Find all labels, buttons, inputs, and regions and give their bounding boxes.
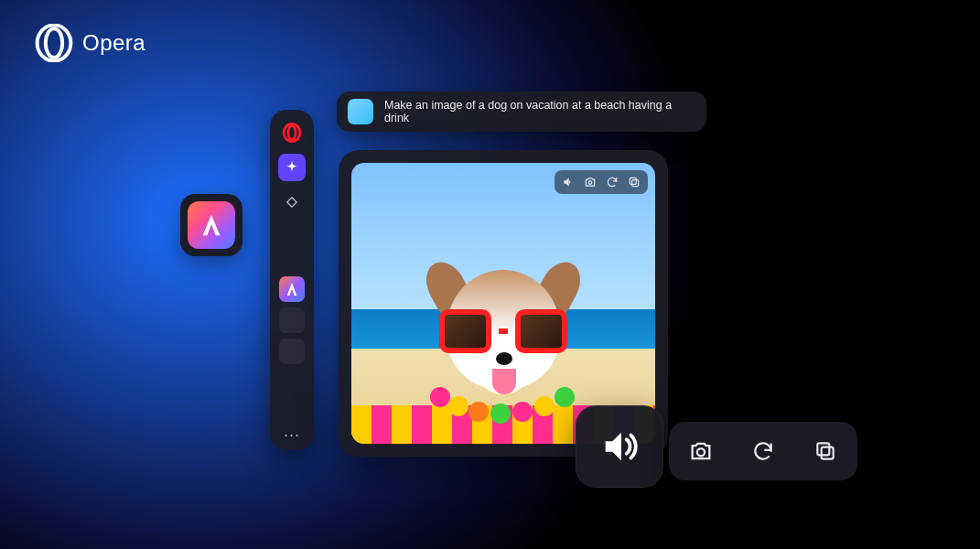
generated-image[interactable] [351,163,655,444]
speaker-button[interactable] [576,405,663,488]
speaker-icon [562,176,575,188]
sparkle-icon [285,160,299,175]
camera-button-small[interactable] [582,174,598,190]
svg-rect-8 [822,447,834,459]
refresh-icon [606,176,619,188]
svg-point-7 [697,448,705,456]
sidebar-more-button[interactable]: ... [284,422,300,441]
bottom-toolbar-group [669,422,857,480]
sidebar-opera-icon[interactable] [282,123,302,143]
refresh-button[interactable] [749,437,777,465]
aria-badge-inner [188,201,235,249]
sidebar-item-diamond[interactable] [278,188,306,216]
prompt-bar[interactable]: Make an image of a dog on vacation at a … [337,92,706,132]
copy-icon [813,439,837,463]
copy-button[interactable] [812,437,839,465]
diamond-icon [285,196,298,209]
speaker-button-small[interactable] [560,174,576,190]
refresh-button-small[interactable] [604,174,620,190]
svg-rect-6 [630,178,636,184]
prompt-text: Make an image of a dog on vacation at a … [384,99,695,124]
user-avatar [348,99,373,124]
refresh-icon [751,439,775,463]
opera-logo-text: Opera [82,30,145,56]
sidebar-thumb-2[interactable] [279,339,305,364]
sidebar-thumb-aria[interactable] [279,276,305,302]
svg-rect-9 [817,443,829,455]
svg-point-3 [288,125,296,139]
aria-a-icon [279,276,305,302]
aria-app-badge[interactable] [180,194,242,256]
aria-a-icon [198,211,225,239]
sidebar-top [278,119,306,216]
camera-icon [584,176,597,188]
opera-logo-icon [35,24,73,62]
sidebar-item-sparkle[interactable] [278,154,306,181]
svg-point-1 [46,28,62,58]
camera-icon [688,438,714,464]
copy-button-small[interactable] [626,174,642,190]
copy-icon [628,176,641,188]
camera-button[interactable] [687,437,715,465]
sidebar: ... [270,110,314,450]
speaker-icon [598,425,641,468]
svg-rect-5 [632,180,639,187]
bottom-toolbar [576,405,857,488]
opera-logo: Opera [35,24,145,62]
image-card-toolbar [555,170,648,194]
sidebar-thumb-1[interactable] [279,307,305,333]
svg-point-4 [588,181,592,185]
